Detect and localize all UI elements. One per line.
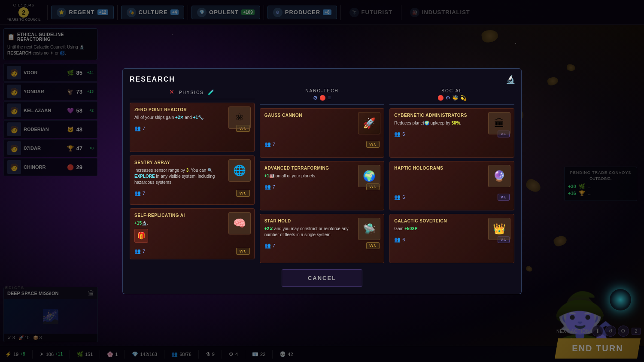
card-image-galactic-sovereign: 👑 [488,218,510,240]
card-cost: 👥 7 [264,243,275,249]
physics-x-icon: ✕ [169,88,175,95]
physics-column: ✕ PHYSICS 🧪 ZERO POINT REACTOR ⚛ All of … [130,88,255,263]
card-cost: 👥 7 [134,248,145,254]
cost-icon: 👥 [264,141,271,147]
social-icon-3: 🐝 [452,95,459,101]
research-card-galactic-sovereign[interactable]: GALACTIC SOVEREIGN 👑 Gain +50XP. 👥 6 VI. [389,214,514,263]
physics-beaker-icon: 🧪 [208,89,215,95]
social-icons: 🔴 ⚙ 🐝 💫 [389,95,514,101]
modal-overlay: RESEARCH 🔬 ✕ PHYSICS 🧪 ZERO POINT REACTO… [0,0,644,362]
card-cost: 👥 6 [394,131,405,137]
card-cost: 👥 7 [134,125,145,131]
nano-tech-label: NANO-TECH [305,88,338,93]
cost-icon: 👥 [394,131,401,137]
cancel-button[interactable]: CANCEL [282,269,362,287]
card-cost: 👥 7 [264,184,275,190]
card-footer: 👥 7 VII. [134,246,250,255]
card-cost: 👥 6 [394,237,405,243]
cost-icon: 👥 [264,243,271,249]
physics-cards: ZERO POINT REACTOR ⚛ All of your ships g… [130,103,255,259]
nano-tech-icon-1: ⚙ [313,95,318,101]
card-footer: 👥 6 VI. [394,192,510,201]
card-image-gauss-cannon: 🚀 [358,112,380,134]
research-card-self-replicating-ai[interactable]: SELF-REPLICATING AI 🧠 +15🔬. 🎁 👥 7 [130,208,255,259]
card-cost: 👥 6 [394,194,405,200]
research-card-advanced-terraforming[interactable]: ADVANCED TERRAFORMING 🌍 +1🏭 on all of yo… [260,161,385,210]
cost-value: 6 [402,237,405,242]
cost-value: 6 [402,195,405,200]
social-column: SOCIAL 🔴 ⚙ 🐝 💫 CYBERNETIC ADMINISTRATORS… [389,88,514,263]
nano-tech-column: NANO-TECH ⚙ 🔴 ≡ GAUSS CANNON 🚀 [260,88,385,263]
nano-tech-cards: GAUSS CANNON 🚀 👥 7 VII. A [260,108,385,263]
research-modal-icon: 🔬 [506,75,515,84]
modal-title: RESEARCH [130,76,514,83]
cost-icon: 👥 [134,125,141,131]
research-card-gauss-cannon[interactable]: GAUSS CANNON 🚀 👥 7 VII. [260,108,385,158]
nano-tech-title: NANO-TECH [260,88,385,93]
cost-icon: 👥 [394,194,401,200]
physics-divider [130,99,255,99]
social-cards: CYBERNETIC ADMINISTRATORS 🏛 Reduces plan… [389,108,514,263]
research-columns: ✕ PHYSICS 🧪 ZERO POINT REACTOR ⚛ All of … [130,88,514,263]
card-footer: 👥 7 VII. [134,188,250,197]
card-image-star-hold: 🛸 [358,218,380,240]
cost-value: 7 [273,142,275,147]
social-icon-4: 💫 [460,95,467,101]
card-cost: 👥 7 [134,190,145,196]
card-image-zero-point-reactor: ⚛ [228,106,251,129]
cost-value: 7 [273,243,275,248]
cost-value: 7 [143,249,145,254]
tier-badge: VII. [366,242,380,249]
social-label: SOCIAL [441,88,462,93]
tier-badge: VII. [236,190,250,197]
cost-icon: 👥 [394,237,401,243]
cost-icon: 👥 [134,190,141,196]
cost-value: 7 [143,126,145,131]
card-footer: 👥 7 VII. [264,139,380,148]
research-card-haptic-holograms[interactable]: HAPTIC HOLOGRAMS 🔮 👥 6 VI. [389,161,514,210]
nano-tech-icons: ⚙ 🔴 ≡ [260,95,385,101]
physics-label: PHYSICS [179,90,204,95]
social-title: SOCIAL [389,88,514,93]
social-icon-1: 🔴 [437,95,444,101]
card-image-advanced-terraforming: 🌍 [358,165,380,187]
research-card-cybernetic-administrators[interactable]: CYBERNETIC ADMINISTRATORS 🏛 Reduces plan… [389,108,514,158]
social-icon-2: ⚙ [446,95,450,101]
research-card-star-hold[interactable]: STAR HOLD 🛸 +2⚔ and you may construct or… [260,214,385,263]
card-footer: 👥 7 VII. [264,240,380,249]
cost-icon: 👥 [134,248,141,254]
nano-tech-header: NANO-TECH ⚙ 🔴 ≡ [260,88,385,101]
tier-badge: VI. [498,194,510,201]
tier-badge: VII. [236,248,250,255]
nano-tech-icon-3: ≡ [328,95,331,101]
card-extra-icon: 🎁 [134,229,148,243]
cost-value: 6 [402,131,405,137]
card-cost: 👥 7 [264,141,275,147]
research-modal: RESEARCH 🔬 ✕ PHYSICS 🧪 ZERO POINT REACTO… [122,68,522,294]
physics-header: ✕ PHYSICS 🧪 [130,88,255,95]
card-image-sentry-array: 🌐 [228,159,251,182]
research-card-zero-point-reactor[interactable]: ZERO POINT REACTOR ⚛ All of your ships g… [130,103,255,152]
social-divider [389,104,514,105]
social-header: SOCIAL 🔴 ⚙ 🐝 💫 [389,88,514,101]
card-image-cybernetic-administrators: 🏛 [488,112,510,134]
physics-title: ✕ PHYSICS 🧪 [130,88,255,95]
nano-tech-divider [260,104,385,105]
tier-badge: VII. [366,141,380,148]
card-image-self-replicating-ai: 🧠 [228,212,251,234]
cost-value: 7 [273,184,275,189]
card-image-haptic-holograms: 🔮 [488,165,510,187]
nano-tech-icon-2: 🔴 [319,95,326,101]
research-card-sentry-array[interactable]: SENTRY ARRAY 🌐 Increases sensor range by… [130,155,255,205]
cost-value: 7 [143,191,145,196]
cost-icon: 👥 [264,184,271,190]
